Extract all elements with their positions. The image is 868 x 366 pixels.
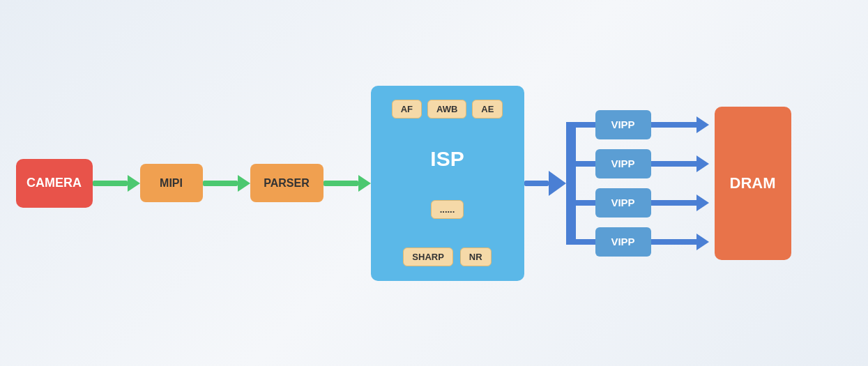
arrow-line — [93, 181, 128, 186]
isp-label: ISP — [430, 147, 464, 171]
vipp-row-3: VIPP — [566, 188, 709, 218]
arrow-isp-vipp — [524, 171, 566, 196]
vipp-block-2: VIPP — [595, 149, 651, 178]
dram-block: DRAM — [715, 107, 791, 260]
diagram: CAMERA MIPI PARSER AF AWB AE ISP ...... … — [16, 23, 853, 344]
camera-label: CAMERA — [26, 176, 82, 190]
parser-label: PARSER — [264, 177, 310, 190]
vipp-section: VIPP VIPP VIPP VIPP — [566, 110, 709, 257]
parser-block: PARSER — [250, 164, 323, 202]
vipp-vertical-bar — [566, 125, 576, 242]
arrow-head — [696, 195, 709, 211]
dram-label: DRAM — [730, 174, 776, 192]
vipp-block-4: VIPP — [595, 227, 651, 257]
vipp-row-1: VIPP — [566, 110, 709, 139]
arrow-line — [323, 181, 358, 186]
h-line — [576, 161, 595, 167]
arrow-mipi-parser — [203, 175, 250, 192]
h-line — [576, 122, 595, 128]
h-line-out — [651, 200, 696, 206]
h-line-out — [651, 239, 696, 245]
isp-dots: ...... — [431, 200, 464, 219]
camera-block: CAMERA — [16, 159, 93, 208]
arrow-head — [358, 175, 371, 192]
chip-sharp: SHARP — [403, 247, 453, 266]
arrow-line — [524, 181, 549, 186]
vipp-block-3: VIPP — [595, 188, 651, 218]
chip-ae: AE — [472, 100, 503, 119]
chip-af: AF — [392, 100, 422, 119]
arrow-head — [238, 175, 250, 192]
isp-bottom-chips: SHARP NR — [403, 247, 491, 266]
isp-block: AF AWB AE ISP ...... SHARP NR — [371, 86, 524, 281]
arrow-line — [203, 181, 238, 186]
mipi-label: MIPI — [160, 177, 183, 190]
arrow-head — [696, 116, 709, 133]
arrow-parser-isp — [323, 175, 371, 192]
arrow-head — [696, 234, 709, 250]
arrow-camera-mipi — [93, 175, 140, 192]
vipp-row-4: VIPP — [566, 227, 709, 257]
h-line — [576, 200, 595, 206]
h-line — [576, 239, 595, 245]
isp-top-chips: AF AWB AE — [392, 100, 503, 119]
chip-awb: AWB — [427, 100, 466, 119]
chip-nr: NR — [460, 247, 492, 266]
mipi-block: MIPI — [140, 164, 203, 202]
h-line-out — [651, 122, 696, 128]
vipp-block-1: VIPP — [595, 110, 651, 139]
arrow-head — [696, 155, 709, 172]
h-line-out — [651, 161, 696, 167]
vipp-row-2: VIPP — [566, 149, 709, 178]
arrow-head — [549, 171, 566, 196]
arrow-head — [128, 175, 140, 192]
